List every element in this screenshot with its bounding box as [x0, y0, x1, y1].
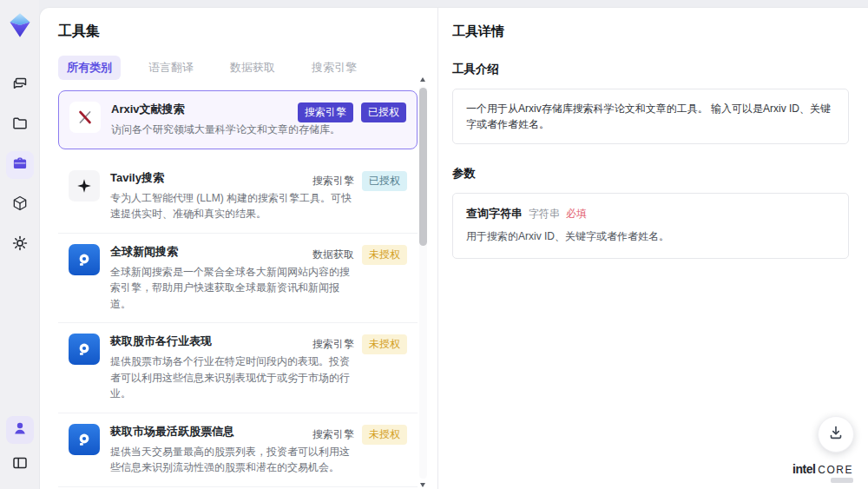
- params-heading: 参数: [452, 166, 849, 182]
- chat-icon: [11, 75, 29, 96]
- scrollbar-thumb[interactable]: [419, 88, 427, 246]
- rail-files-button[interactable]: [6, 111, 34, 139]
- arxiv-icon: [69, 102, 101, 133]
- param-required-label: 必填: [566, 207, 587, 221]
- intro-heading: 工具介绍: [452, 62, 849, 77]
- tool-description: 提供当天交易量最高的股票列表，投资者可以利用这些信息来识别流动性强的股票和潜在的…: [110, 444, 352, 476]
- rail-chat-button[interactable]: [6, 71, 34, 99]
- category-badge: 搜索引擎: [312, 174, 354, 188]
- intel-wordmark: intel: [792, 463, 815, 475]
- folder-icon: [11, 115, 29, 135]
- tab-language-translation[interactable]: 语言翻译: [140, 56, 202, 80]
- stock-search-icon: [69, 334, 100, 365]
- tool-card-sector-performance[interactable]: 获取股市各行业表现 提供股票市场各个行业在特定时间段内的表现。投资者可以利用这些…: [58, 323, 418, 413]
- rail-account-button[interactable]: [6, 416, 34, 444]
- toolset-pane: 工具集 所有类别 语言翻译 数据获取 搜索引擎 Arxiv文献搜索 访问各个研究…: [40, 8, 437, 489]
- category-badge: 搜索引擎: [298, 102, 353, 122]
- tool-card-most-active-stocks[interactable]: 获取市场最活跃股票信息 提供当天交易量最高的股票列表，投资者可以利用这些信息来识…: [58, 413, 418, 487]
- tool-description: 全球新闻搜索是一个聚合全球各大新闻网站内容的搜索引擎，帮助用户快速获取全球最新资…: [110, 264, 352, 313]
- intro-box: 一个用于从Arxiv存储库搜索科学论文和文章的工具。 输入可以是Arxiv ID…: [452, 89, 849, 144]
- download-icon: [827, 424, 845, 445]
- tool-card-global-news[interactable]: 全球新闻搜索 全球新闻搜索是一个聚合全球各大新闻网站内容的搜索引擎，帮助用户快速…: [58, 234, 418, 324]
- tool-card-tavily[interactable]: Tavily搜索 专为人工智能代理 (LLM) 构建的搜索引擎工具。可快速提供实…: [58, 160, 418, 234]
- param-box: 查询字符串 字符串 必填 用于搜索的Arxiv ID、关键字或者作者姓名。: [452, 193, 849, 259]
- intel-core-logo: intel CORE: [792, 463, 853, 483]
- category-tabs: 所有类别 语言翻译 数据获取 搜索引擎: [58, 56, 413, 80]
- auth-badge: 未授权: [362, 245, 407, 265]
- tool-list: Arxiv文献搜索 访问各个研究领域大量科学论文和文章的存储库。 搜索引擎 已授…: [58, 90, 418, 489]
- auth-badge: 已授权: [362, 171, 407, 191]
- stock-search-icon: [69, 424, 100, 455]
- tool-description: 提供股票市场各个行业在特定时间段内的表现。投资者可以利用这些信息来识别表现优于或…: [110, 354, 352, 402]
- rail-packages-button[interactable]: [6, 191, 34, 219]
- tab-search-engine[interactable]: 搜索引擎: [303, 56, 365, 80]
- main-content: 工具集 所有类别 语言翻译 数据获取 搜索引擎 Arxiv文献搜索 访问各个研究…: [39, 7, 868, 489]
- scroll-up-icon[interactable]: [420, 77, 425, 82]
- intel-logo-bar: [831, 478, 853, 483]
- category-badge: 搜索引擎: [312, 337, 354, 352]
- tab-all-categories[interactable]: 所有类别: [58, 56, 121, 80]
- gear-icon: [11, 235, 29, 255]
- tool-description: 专为人工智能代理 (LLM) 构建的搜索引擎工具。可快速提供实时、准确和真实的结…: [110, 190, 352, 222]
- scroll-down-icon[interactable]: [420, 483, 425, 487]
- tool-detail-pane: 工具详情 工具介绍 一个用于从Arxiv存储库搜索科学论文和文章的工具。 输入可…: [437, 8, 868, 489]
- category-badge: 搜索引擎: [312, 427, 354, 442]
- rail-panel-toggle-button[interactable]: [6, 451, 34, 479]
- auth-badge: 未授权: [362, 334, 407, 354]
- param-type: 字符串: [529, 207, 560, 221]
- list-scrollbar[interactable]: [419, 77, 427, 489]
- toolset-title: 工具集: [58, 23, 413, 41]
- news-search-icon: [69, 244, 100, 275]
- tool-description: 访问各个研究领域大量科学论文和文章的存储库。: [111, 122, 340, 138]
- brand-gem-logo[interactable]: [7, 12, 33, 38]
- rail-settings-button[interactable]: [6, 231, 34, 259]
- download-button[interactable]: [818, 416, 854, 453]
- tavily-icon: [69, 170, 100, 202]
- auth-badge: 已授权: [361, 102, 406, 122]
- user-icon: [11, 420, 29, 440]
- sidebar-toggle-icon: [11, 454, 29, 475]
- tool-card-arxiv[interactable]: Arxiv文献搜索 访问各个研究领域大量科学论文和文章的存储库。 搜索引擎 已授…: [58, 90, 418, 149]
- briefcase-icon: [11, 155, 29, 175]
- core-wordmark: CORE: [818, 465, 853, 475]
- detail-title: 工具详情: [452, 23, 849, 40]
- app-rail: [0, 0, 39, 489]
- cube-icon: [11, 195, 29, 215]
- rail-tools-button[interactable]: [6, 151, 34, 179]
- param-name: 查询字符串: [466, 206, 523, 221]
- param-description: 用于搜索的Arxiv ID、关键字或者作者姓名。: [466, 229, 835, 244]
- tab-data-acquisition[interactable]: 数据获取: [221, 56, 284, 80]
- category-badge: 数据获取: [312, 248, 354, 262]
- auth-badge: 未授权: [362, 425, 407, 445]
